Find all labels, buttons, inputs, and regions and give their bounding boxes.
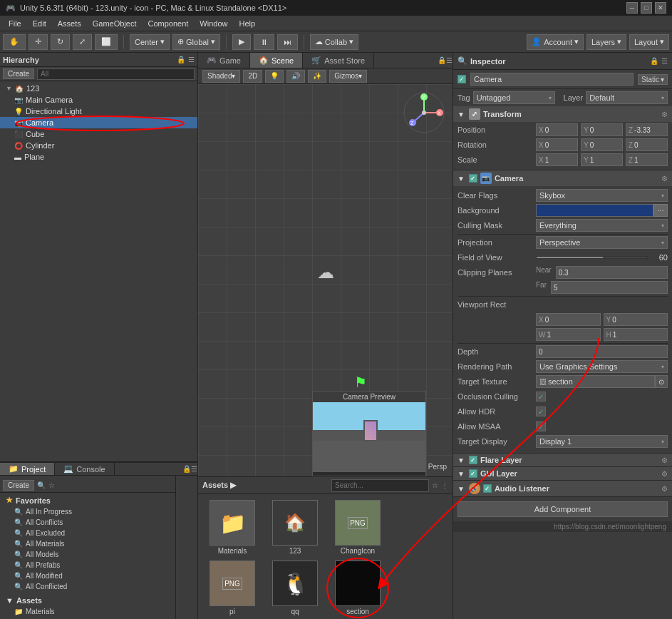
- asset-item-qq[interactable]: 🐧 qq: [267, 561, 324, 615]
- msaa-checkbox[interactable]: ✓: [536, 421, 546, 431]
- tab-project[interactable]: 📁 Project: [0, 463, 55, 475]
- lights-toggle[interactable]: 💡: [265, 70, 284, 83]
- tree-item-directionallight[interactable]: 💡 Directional Light: [0, 106, 197, 117]
- asset-item-123[interactable]: 🏠 123: [267, 500, 324, 555]
- gui-settings-icon[interactable]: ⚙: [661, 470, 668, 478]
- asset-item-changicon[interactable]: PNG ChangIcon: [329, 500, 386, 555]
- 2d-toggle[interactable]: 2D: [243, 70, 262, 83]
- project-menu-icon[interactable]: ☰: [191, 465, 197, 473]
- hierarchy-search-input[interactable]: [37, 68, 195, 80]
- window-controls[interactable]: ─ □ ✕: [626, 2, 666, 14]
- targetdisplay-dropdown[interactable]: Display 1 ▾: [536, 435, 668, 448]
- maximize-button[interactable]: □: [641, 2, 652, 14]
- inspector-menu-icon[interactable]: ☰: [661, 57, 668, 65]
- add-component-button[interactable]: Add Component: [458, 501, 668, 517]
- rotation-x-field[interactable]: X 0: [536, 138, 578, 151]
- project-item-allconflicted[interactable]: 🔍 All Conflicted: [3, 581, 172, 592]
- scale-z-field[interactable]: Z 1: [626, 153, 668, 166]
- tool-hand[interactable]: ✋: [3, 34, 26, 50]
- asset-item-section[interactable]: section: [329, 561, 386, 615]
- cullingmask-dropdown[interactable]: Everything ▾: [536, 219, 668, 232]
- menu-assets[interactable]: Assets: [52, 18, 87, 29]
- depth-field[interactable]: 0: [536, 345, 668, 358]
- account-dropdown[interactable]: 👤 Account ▾: [527, 34, 584, 50]
- flare-header[interactable]: ▼ ✓ Flare Layer ⚙: [453, 454, 672, 466]
- object-enable-checkbox[interactable]: ✓: [458, 75, 466, 83]
- layers-dropdown[interactable]: Layers ▾: [586, 34, 626, 50]
- scale-y-field[interactable]: Y 1: [581, 153, 623, 166]
- project-item-allconflicts[interactable]: 🔍 All Conflicts: [3, 517, 172, 528]
- transform-header[interactable]: ▼ ⤢ Transform ⚙: [453, 106, 672, 122]
- project-filter-icon[interactable]: ☆: [48, 481, 55, 489]
- tab-scene[interactable]: 🏠 Scene: [250, 53, 303, 68]
- project-item-allmodels[interactable]: 🔍 All Models: [3, 549, 172, 560]
- menu-gameobject[interactable]: GameObject: [87, 18, 143, 29]
- rotation-z-field[interactable]: Z 0: [626, 138, 668, 151]
- tool-move[interactable]: ✛: [29, 34, 48, 50]
- rotation-y-field[interactable]: Y 0: [581, 138, 623, 151]
- layer-dropdown[interactable]: Default ▾: [586, 91, 668, 104]
- assets-search-input[interactable]: [331, 479, 429, 492]
- menu-component[interactable]: Component: [142, 18, 194, 29]
- tag-dropdown[interactable]: Untagged ▾: [473, 91, 555, 104]
- tool-scale[interactable]: ⤢: [73, 34, 92, 50]
- viewport-x-field[interactable]: X 0: [536, 313, 601, 326]
- step-button[interactable]: ⏭: [277, 34, 298, 50]
- flare-enable-toggle[interactable]: ✓: [469, 456, 477, 464]
- gizmos-dropdown[interactable]: Gizmos ▾: [329, 70, 367, 83]
- asset-item-pi[interactable]: PNG pi: [204, 561, 261, 615]
- assets-more-btn[interactable]: ⋮: [441, 481, 448, 489]
- position-y-field[interactable]: Y 0: [581, 123, 623, 136]
- audio-settings-icon[interactable]: ⚙: [661, 485, 668, 493]
- menu-help[interactable]: Help: [233, 18, 261, 29]
- hierarchy-lock-icon[interactable]: 🔒: [177, 56, 185, 63]
- pause-button[interactable]: ⏸: [254, 34, 274, 50]
- project-lock-icon[interactable]: 🔒: [182, 465, 191, 473]
- projection-dropdown[interactable]: Perspective ▾: [536, 236, 668, 249]
- scale-x-field[interactable]: X 1: [536, 153, 578, 166]
- center-dropdown[interactable]: Center ▾: [130, 34, 170, 50]
- inspector-lock-icon[interactable]: 🔒: [650, 57, 658, 65]
- menu-window[interactable]: Window: [194, 18, 233, 29]
- transform-settings-icon[interactable]: ⚙: [661, 111, 668, 118]
- viewport-y-field[interactable]: Y 0: [604, 313, 668, 326]
- collab-dropdown[interactable]: ☁ Collab ▾: [310, 34, 358, 50]
- hdr-checkbox[interactable]: ✓: [536, 406, 546, 416]
- renderpath-dropdown[interactable]: Use Graphics Settings ▾: [536, 360, 668, 373]
- project-item-allprefabs[interactable]: 🔍 All Prefabs: [3, 560, 172, 571]
- flare-settings-icon[interactable]: ⚙: [661, 456, 668, 464]
- close-button[interactable]: ✕: [655, 2, 666, 14]
- project-item-allexcluded[interactable]: 🔍 All Excluded: [3, 528, 172, 538]
- audio-toggle[interactable]: 🔊: [286, 70, 305, 83]
- tab-console[interactable]: 💻 Console: [55, 463, 114, 475]
- hierarchy-menu-icon[interactable]: ☰: [188, 56, 195, 63]
- gui-header[interactable]: ▼ ✓ GUI Layer ⚙: [453, 467, 672, 480]
- clearflags-dropdown[interactable]: Skybox ▾: [536, 189, 668, 202]
- gui-enable-toggle[interactable]: ✓: [469, 469, 477, 478]
- menu-file[interactable]: File: [3, 18, 27, 29]
- project-item-allmaterials[interactable]: 🔍 All Materials: [3, 538, 172, 549]
- fov-slider[interactable]: 60: [536, 253, 668, 262]
- project-item-allinprogress[interactable]: 🔍 All In Progress: [3, 506, 172, 517]
- tool-rect[interactable]: ⬜: [95, 34, 118, 50]
- tree-item-root[interactable]: ▼ 🏠 123: [0, 83, 197, 94]
- tab-game[interactable]: 🎮 Game: [198, 53, 250, 68]
- global-dropdown[interactable]: ⊕ Global ▾: [172, 34, 220, 50]
- clipping-near-field[interactable]: 0.3: [556, 266, 668, 279]
- position-z-field[interactable]: Z -3.33: [626, 123, 668, 136]
- menu-edit[interactable]: Edit: [27, 18, 52, 29]
- camera-settings-icon[interactable]: ⚙: [661, 175, 668, 183]
- camera-enable-toggle[interactable]: ✓: [469, 174, 477, 183]
- play-button[interactable]: ▶: [232, 34, 251, 50]
- asset-item-materials[interactable]: 📁 Materials: [204, 500, 261, 555]
- project-create-button[interactable]: Create: [3, 480, 34, 491]
- scene-view[interactable]: Y X Z ← Persp Camera Preview: [198, 84, 453, 476]
- project-item-allmodified[interactable]: 🔍 All Modified: [3, 571, 172, 581]
- tree-item-plane[interactable]: ▬ Plane: [0, 151, 197, 163]
- clipping-far-field[interactable]: 5: [551, 281, 668, 294]
- viewport-w-field[interactable]: W 1: [536, 328, 601, 341]
- camera-header[interactable]: ▼ ✓ 📷 Camera ⚙: [453, 170, 672, 186]
- assets-tree-header[interactable]: ▼ Assets: [3, 595, 172, 606]
- shaded-dropdown[interactable]: Shaded ▾: [202, 70, 240, 83]
- static-badge[interactable]: Static ▾: [638, 74, 668, 85]
